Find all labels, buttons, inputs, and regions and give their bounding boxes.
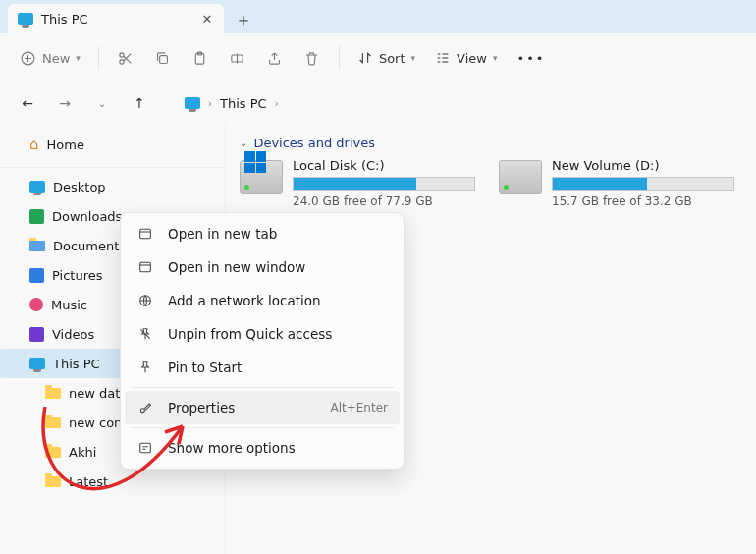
svg-rect-8 bbox=[140, 262, 151, 271]
copy-button[interactable] bbox=[146, 41, 180, 75]
sidebar-item-label: Videos bbox=[52, 327, 94, 342]
ctx-shortcut: Alt+Enter bbox=[330, 401, 388, 415]
paste-button[interactable] bbox=[184, 41, 217, 75]
chevron-right-icon: › bbox=[208, 98, 212, 109]
ctx-properties[interactable]: Properties Alt+Enter bbox=[125, 391, 400, 424]
more-options-icon bbox=[136, 440, 154, 456]
rename-icon bbox=[229, 50, 245, 67]
rename-button[interactable] bbox=[221, 41, 254, 75]
ctx-unpin-quick-access[interactable]: Unpin from Quick access bbox=[125, 317, 400, 351]
this-pc-icon bbox=[185, 97, 200, 109]
trash-icon bbox=[303, 50, 320, 67]
drive-free-text: 24.0 GB free of 77.9 GB bbox=[293, 194, 475, 208]
videos-icon bbox=[29, 327, 44, 342]
chevron-down-icon: ⌄ bbox=[240, 138, 247, 148]
pin-icon bbox=[136, 360, 154, 375]
tab-title: This PC bbox=[41, 12, 190, 27]
drive-free-text: 15.7 GB free of 33.2 GB bbox=[552, 194, 734, 208]
breadcrumb[interactable]: › This PC › bbox=[185, 96, 279, 111]
svg-rect-11 bbox=[140, 443, 151, 452]
sidebar-item-home[interactable]: ⌂ Home bbox=[0, 130, 225, 159]
storage-bar bbox=[552, 177, 734, 191]
share-button[interactable] bbox=[258, 41, 292, 75]
ctx-label: Show more options bbox=[168, 440, 296, 456]
up-button[interactable]: ↑ bbox=[128, 95, 151, 111]
ctx-label: Unpin from Quick access bbox=[168, 326, 332, 342]
ctx-add-network-location[interactable]: Add a network location bbox=[125, 284, 400, 317]
drive-icon bbox=[240, 160, 283, 194]
new-window-icon bbox=[136, 259, 154, 275]
group-header-label: Devices and drives bbox=[253, 136, 375, 150]
desktop-icon bbox=[29, 181, 45, 193]
ctx-pin-to-start[interactable]: Pin to Start bbox=[125, 351, 400, 384]
network-icon bbox=[136, 293, 154, 308]
new-tab-icon bbox=[136, 226, 154, 242]
more-icon: ••• bbox=[516, 51, 545, 66]
sidebar-item-label: Desktop bbox=[53, 180, 106, 194]
drive-item-d[interactable]: New Volume (D:) 15.7 GB free of 33.2 GB bbox=[499, 158, 734, 208]
pictures-icon bbox=[29, 268, 44, 283]
drive-item-c[interactable]: Local Disk (C:) 24.0 GB free of 77.9 GB bbox=[240, 158, 475, 208]
folder-icon bbox=[45, 447, 61, 458]
ctx-open-new-window[interactable]: Open in new window bbox=[125, 250, 400, 284]
view-label: View bbox=[457, 51, 487, 66]
copy-icon bbox=[154, 50, 171, 67]
ctx-label: Open in new window bbox=[168, 259, 305, 275]
downloads-icon bbox=[29, 209, 44, 224]
close-tab-icon[interactable]: ✕ bbox=[198, 12, 216, 27]
recent-button[interactable]: ⌄ bbox=[90, 98, 114, 109]
folder-icon bbox=[45, 417, 61, 428]
context-menu: Open in new tab Open in new window Add a… bbox=[120, 212, 405, 470]
properties-icon bbox=[136, 400, 154, 416]
home-icon: ⌂ bbox=[29, 136, 39, 153]
view-icon bbox=[435, 50, 451, 66]
sidebar-item-label: Downloads bbox=[52, 209, 122, 224]
sidebar-item-label: Pictures bbox=[52, 268, 102, 283]
ctx-open-new-tab[interactable]: Open in new tab bbox=[125, 217, 400, 250]
sidebar-item-label: Music bbox=[51, 298, 87, 312]
folder-icon bbox=[45, 388, 61, 399]
share-icon bbox=[266, 50, 283, 67]
sort-button[interactable]: Sort ▾ bbox=[350, 41, 423, 75]
back-button[interactable]: ← bbox=[16, 95, 39, 111]
sidebar-item-desktop[interactable]: Desktop bbox=[0, 172, 225, 201]
sort-icon bbox=[357, 50, 373, 66]
sidebar-item-label: Home bbox=[47, 138, 84, 152]
chevron-right-icon: › bbox=[275, 98, 279, 109]
sidebar-item-label: Documents bbox=[53, 239, 126, 253]
ctx-label: Add a network location bbox=[168, 293, 321, 308]
tab-this-pc[interactable]: This PC ✕ bbox=[8, 4, 224, 33]
address-bar: ← → ⌄ ↑ › This PC › bbox=[0, 83, 756, 124]
forward-button[interactable]: → bbox=[53, 95, 77, 111]
new-button[interactable]: New ▾ bbox=[12, 41, 88, 75]
view-button[interactable]: View ▾ bbox=[427, 41, 505, 75]
sort-label: Sort bbox=[379, 51, 405, 66]
ctx-show-more-options[interactable]: Show more options bbox=[125, 431, 400, 465]
new-tab-button[interactable]: ＋ bbox=[230, 6, 257, 33]
drive-name: Local Disk (C:) bbox=[293, 158, 475, 173]
breadcrumb-current: This PC bbox=[220, 96, 267, 111]
svg-rect-3 bbox=[160, 55, 168, 63]
sidebar-item-folder[interactable]: Latest bbox=[0, 467, 225, 496]
folder-icon bbox=[45, 476, 61, 487]
ctx-label: Properties bbox=[168, 400, 235, 416]
music-icon bbox=[29, 298, 43, 311]
cut-button[interactable] bbox=[109, 41, 142, 75]
scissors-icon bbox=[117, 50, 134, 67]
more-button[interactable]: ••• bbox=[509, 41, 553, 75]
sidebar-item-label: Akhi bbox=[69, 445, 96, 460]
clipboard-icon bbox=[191, 50, 208, 67]
documents-icon bbox=[29, 241, 45, 251]
sidebar-item-label: This PC bbox=[53, 357, 100, 371]
storage-bar bbox=[293, 177, 475, 191]
delete-button[interactable] bbox=[296, 41, 329, 75]
toolbar: New ▾ Sort ▾ View ▾ ••• bbox=[0, 33, 756, 83]
sidebar-item-label: Latest bbox=[69, 474, 108, 489]
tab-bar: This PC ✕ ＋ bbox=[0, 0, 756, 33]
this-pc-icon bbox=[29, 358, 45, 369]
svg-rect-7 bbox=[140, 229, 151, 238]
this-pc-icon bbox=[18, 13, 33, 25]
ctx-label: Open in new tab bbox=[168, 226, 277, 242]
group-header-devices[interactable]: ⌄ Devices and drives bbox=[240, 136, 742, 150]
unpin-icon bbox=[136, 326, 154, 342]
